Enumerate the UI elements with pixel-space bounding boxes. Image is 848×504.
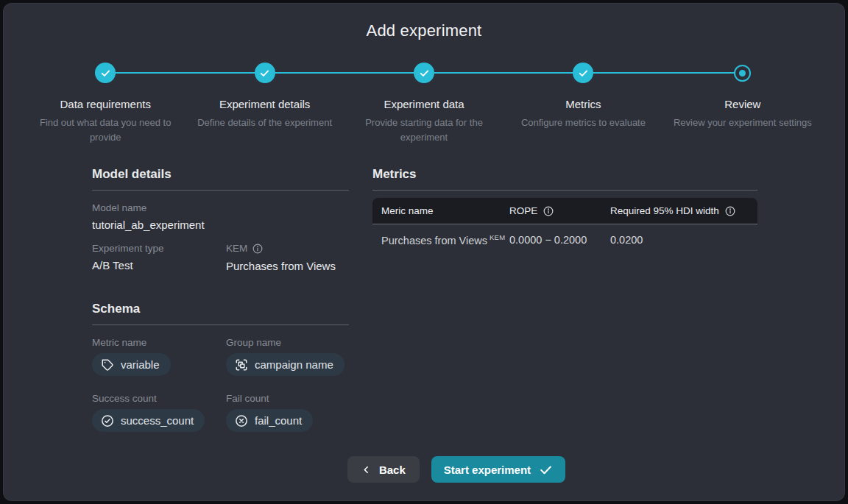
step-label: Experiment details [219,98,310,110]
success-count-chip[interactable]: success_count [92,409,205,432]
hdi-width-info-icon[interactable] [725,206,735,216]
chip-label: fail_count [255,414,302,427]
success-count-label: Success count [92,393,226,404]
step-description: Find out what data you need to provide [32,116,179,145]
step-completed-check-icon [414,63,434,83]
step-label: Metrics [565,98,601,110]
step-description: Provide starting data for the experiment [350,116,498,145]
rope-cell: 0.0000 − 0.2000 [509,234,610,246]
schema-heading: Schema [92,302,349,325]
col-required-hdi-width: Required 95% HDI width [610,205,719,216]
model-name-value: tutorial_ab_experiment [92,219,349,231]
kem-label: KEM [226,243,247,254]
object-group-icon [235,358,248,372]
group-name-label: Group name [226,337,349,348]
experiment-type-value: A/B Test [92,259,226,271]
kem-info-icon[interactable] [252,244,263,254]
step-completed-check-icon [95,63,116,83]
step-metrics[interactable]: Metrics Configure metrics to evaluate [504,63,662,145]
start-experiment-label: Start experiment [444,464,531,476]
fail-count-label: Fail count [226,393,349,404]
metric-kem-superscript: KEM [490,233,506,241]
step-active-indicator-icon [734,65,751,82]
step-experiment-data[interactable]: Experiment data Provide starting data fo… [344,63,504,145]
x-circle-icon [235,414,248,427]
step-description: Review your experiment settings [674,116,812,130]
page-title: Add experiment [4,21,844,40]
fail-count-chip[interactable]: fail_count [226,409,313,432]
experiment-type-label: Experiment type [92,243,226,254]
step-label: Experiment data [384,98,464,110]
check-icon [539,463,553,477]
col-rope: ROPE [509,205,537,216]
group-name-chip[interactable]: campaign name [226,353,344,376]
start-experiment-button[interactable]: Start experiment [431,456,565,483]
metrics-table-row: Purchases from ViewsKEM 0.0000 − 0.2000 … [372,224,757,255]
metric-name-label: Metric name [92,337,226,348]
hdi-width-cell: 0.0200 [610,234,757,246]
step-experiment-details[interactable]: Experiment details Define details of the… [185,63,344,145]
metrics-table-header: Meric name ROPE Required 95% HDI width [372,198,757,224]
chevron-left-icon [361,465,371,475]
tag-icon [101,358,114,372]
model-details-heading: Model details [92,167,349,191]
step-description: Configure metrics to evaluate [521,116,646,130]
kem-value: Purchases from Views [226,260,349,272]
step-completed-check-icon [255,63,275,83]
step-label: Review [724,98,760,110]
wizard-stepper: Data requirements Find out what data you… [26,63,822,145]
review-content: Model details Model name tutorial_ab_exp… [4,167,844,432]
col-metric-name: Meric name [381,205,434,216]
chip-label: campaign name [255,358,333,371]
left-column: Model details Model name tutorial_ab_exp… [92,167,349,432]
back-button-label: Back [379,464,406,476]
metric-name-chip[interactable]: variable [92,353,171,376]
rope-info-icon[interactable] [543,206,554,216]
step-data-requirements[interactable]: Data requirements Find out what data you… [26,63,185,145]
back-button[interactable]: Back [347,456,420,483]
step-description: Define details of the experiment [197,116,332,130]
metric-name-cell: Purchases from Views [381,235,487,246]
chip-label: success_count [121,414,194,427]
step-label: Data requirements [60,98,151,110]
check-circle-icon [101,414,114,427]
model-name-label: Model name [92,202,349,213]
metrics-table: Meric name ROPE Required 95% HDI width [372,198,757,255]
wizard-footer: Back Start experiment [36,456,845,483]
step-completed-check-icon [573,63,593,83]
right-column: Metrics Meric name ROPE Required 95% HDI… [372,167,757,432]
metrics-heading: Metrics [372,167,757,191]
step-review[interactable]: Review Review your experiment settings [663,63,822,145]
chip-label: variable [121,358,160,371]
add-experiment-dialog: Add experiment Data requirements Find ou… [3,3,845,501]
